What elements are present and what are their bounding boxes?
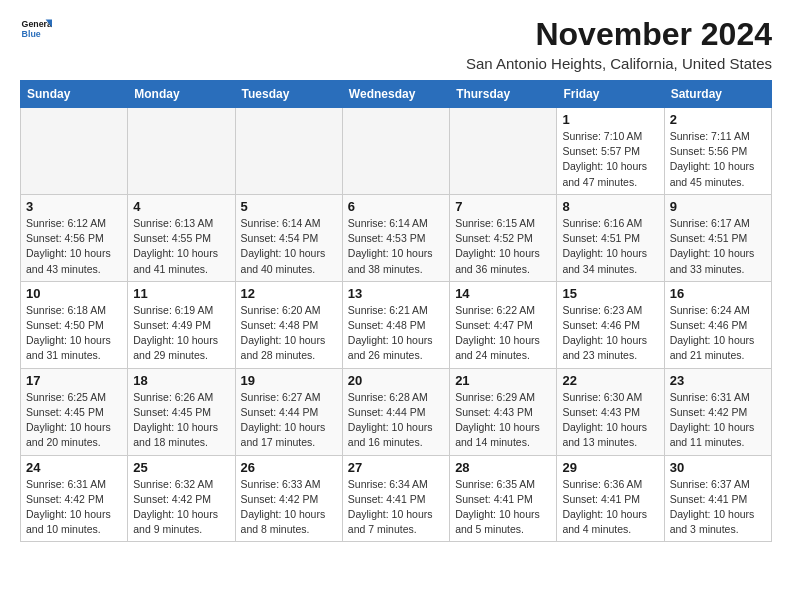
day-info: Sunrise: 6:27 AMSunset: 4:44 PMDaylight:…: [241, 390, 337, 451]
calendar-day-cell: 9Sunrise: 6:17 AMSunset: 4:51 PMDaylight…: [664, 194, 771, 281]
day-number: 8: [562, 199, 658, 214]
day-info: Sunrise: 6:36 AMSunset: 4:41 PMDaylight:…: [562, 477, 658, 538]
day-info: Sunrise: 6:31 AMSunset: 4:42 PMDaylight:…: [670, 390, 766, 451]
day-info: Sunrise: 7:11 AMSunset: 5:56 PMDaylight:…: [670, 129, 766, 190]
day-info: Sunrise: 6:28 AMSunset: 4:44 PMDaylight:…: [348, 390, 444, 451]
weekday-header-cell: Wednesday: [342, 81, 449, 108]
calendar-day-cell: 25Sunrise: 6:32 AMSunset: 4:42 PMDayligh…: [128, 455, 235, 542]
day-info: Sunrise: 6:16 AMSunset: 4:51 PMDaylight:…: [562, 216, 658, 277]
day-number: 21: [455, 373, 551, 388]
calendar-day-cell: 27Sunrise: 6:34 AMSunset: 4:41 PMDayligh…: [342, 455, 449, 542]
day-number: 7: [455, 199, 551, 214]
weekday-header-cell: Tuesday: [235, 81, 342, 108]
day-info: Sunrise: 6:35 AMSunset: 4:41 PMDaylight:…: [455, 477, 551, 538]
calendar-day-cell: 6Sunrise: 6:14 AMSunset: 4:53 PMDaylight…: [342, 194, 449, 281]
calendar-day-cell: 12Sunrise: 6:20 AMSunset: 4:48 PMDayligh…: [235, 281, 342, 368]
day-info: Sunrise: 6:21 AMSunset: 4:48 PMDaylight:…: [348, 303, 444, 364]
day-number: 14: [455, 286, 551, 301]
day-info: Sunrise: 6:33 AMSunset: 4:42 PMDaylight:…: [241, 477, 337, 538]
day-number: 25: [133, 460, 229, 475]
calendar-day-cell: 21Sunrise: 6:29 AMSunset: 4:43 PMDayligh…: [450, 368, 557, 455]
weekday-header-cell: Monday: [128, 81, 235, 108]
calendar-day-cell: 15Sunrise: 6:23 AMSunset: 4:46 PMDayligh…: [557, 281, 664, 368]
day-number: 3: [26, 199, 122, 214]
day-info: Sunrise: 6:12 AMSunset: 4:56 PMDaylight:…: [26, 216, 122, 277]
day-number: 11: [133, 286, 229, 301]
day-info: Sunrise: 6:15 AMSunset: 4:52 PMDaylight:…: [455, 216, 551, 277]
day-number: 22: [562, 373, 658, 388]
calendar-week-row: 3Sunrise: 6:12 AMSunset: 4:56 PMDaylight…: [21, 194, 772, 281]
calendar-day-cell: 1Sunrise: 7:10 AMSunset: 5:57 PMDaylight…: [557, 108, 664, 195]
day-info: Sunrise: 6:18 AMSunset: 4:50 PMDaylight:…: [26, 303, 122, 364]
day-number: 9: [670, 199, 766, 214]
day-info: Sunrise: 6:31 AMSunset: 4:42 PMDaylight:…: [26, 477, 122, 538]
day-number: 30: [670, 460, 766, 475]
day-info: Sunrise: 6:22 AMSunset: 4:47 PMDaylight:…: [455, 303, 551, 364]
calendar-day-cell: [21, 108, 128, 195]
weekday-header-cell: Sunday: [21, 81, 128, 108]
day-number: 29: [562, 460, 658, 475]
day-number: 17: [26, 373, 122, 388]
calendar-week-row: 17Sunrise: 6:25 AMSunset: 4:45 PMDayligh…: [21, 368, 772, 455]
day-number: 1: [562, 112, 658, 127]
day-info: Sunrise: 6:23 AMSunset: 4:46 PMDaylight:…: [562, 303, 658, 364]
logo-icon: General Blue: [20, 16, 52, 44]
calendar-day-cell: 13Sunrise: 6:21 AMSunset: 4:48 PMDayligh…: [342, 281, 449, 368]
calendar-day-cell: 3Sunrise: 6:12 AMSunset: 4:56 PMDaylight…: [21, 194, 128, 281]
calendar-day-cell: 22Sunrise: 6:30 AMSunset: 4:43 PMDayligh…: [557, 368, 664, 455]
day-info: Sunrise: 6:13 AMSunset: 4:55 PMDaylight:…: [133, 216, 229, 277]
day-info: Sunrise: 6:14 AMSunset: 4:53 PMDaylight:…: [348, 216, 444, 277]
calendar-day-cell: 23Sunrise: 6:31 AMSunset: 4:42 PMDayligh…: [664, 368, 771, 455]
calendar-day-cell: 24Sunrise: 6:31 AMSunset: 4:42 PMDayligh…: [21, 455, 128, 542]
day-number: 20: [348, 373, 444, 388]
day-number: 26: [241, 460, 337, 475]
day-number: 4: [133, 199, 229, 214]
title-block: November 2024 San Antonio Heights, Calif…: [466, 16, 772, 72]
logo: General Blue: [20, 16, 52, 44]
day-info: Sunrise: 6:25 AMSunset: 4:45 PMDaylight:…: [26, 390, 122, 451]
day-info: Sunrise: 7:10 AMSunset: 5:57 PMDaylight:…: [562, 129, 658, 190]
calendar-week-row: 24Sunrise: 6:31 AMSunset: 4:42 PMDayligh…: [21, 455, 772, 542]
day-info: Sunrise: 6:30 AMSunset: 4:43 PMDaylight:…: [562, 390, 658, 451]
weekday-header-cell: Thursday: [450, 81, 557, 108]
weekday-header-cell: Friday: [557, 81, 664, 108]
day-number: 15: [562, 286, 658, 301]
day-number: 18: [133, 373, 229, 388]
calendar-day-cell: [450, 108, 557, 195]
calendar-day-cell: [128, 108, 235, 195]
calendar-day-cell: [235, 108, 342, 195]
calendar-week-row: 10Sunrise: 6:18 AMSunset: 4:50 PMDayligh…: [21, 281, 772, 368]
day-info: Sunrise: 6:32 AMSunset: 4:42 PMDaylight:…: [133, 477, 229, 538]
day-info: Sunrise: 6:29 AMSunset: 4:43 PMDaylight:…: [455, 390, 551, 451]
day-number: 6: [348, 199, 444, 214]
calendar-day-cell: 26Sunrise: 6:33 AMSunset: 4:42 PMDayligh…: [235, 455, 342, 542]
calendar-day-cell: 28Sunrise: 6:35 AMSunset: 4:41 PMDayligh…: [450, 455, 557, 542]
calendar-day-cell: 2Sunrise: 7:11 AMSunset: 5:56 PMDaylight…: [664, 108, 771, 195]
calendar-body: 1Sunrise: 7:10 AMSunset: 5:57 PMDaylight…: [21, 108, 772, 542]
header: General Blue November 2024 San Antonio H…: [20, 16, 772, 72]
day-info: Sunrise: 6:37 AMSunset: 4:41 PMDaylight:…: [670, 477, 766, 538]
location-subtitle: San Antonio Heights, California, United …: [466, 55, 772, 72]
calendar-day-cell: 30Sunrise: 6:37 AMSunset: 4:41 PMDayligh…: [664, 455, 771, 542]
day-number: 19: [241, 373, 337, 388]
day-number: 16: [670, 286, 766, 301]
calendar-day-cell: 17Sunrise: 6:25 AMSunset: 4:45 PMDayligh…: [21, 368, 128, 455]
calendar-week-row: 1Sunrise: 7:10 AMSunset: 5:57 PMDaylight…: [21, 108, 772, 195]
calendar-day-cell: [342, 108, 449, 195]
calendar-day-cell: 5Sunrise: 6:14 AMSunset: 4:54 PMDaylight…: [235, 194, 342, 281]
day-info: Sunrise: 6:34 AMSunset: 4:41 PMDaylight:…: [348, 477, 444, 538]
calendar-day-cell: 4Sunrise: 6:13 AMSunset: 4:55 PMDaylight…: [128, 194, 235, 281]
month-title: November 2024: [466, 16, 772, 53]
calendar-day-cell: 14Sunrise: 6:22 AMSunset: 4:47 PMDayligh…: [450, 281, 557, 368]
svg-text:Blue: Blue: [22, 29, 41, 39]
calendar-day-cell: 16Sunrise: 6:24 AMSunset: 4:46 PMDayligh…: [664, 281, 771, 368]
day-number: 12: [241, 286, 337, 301]
calendar-day-cell: 8Sunrise: 6:16 AMSunset: 4:51 PMDaylight…: [557, 194, 664, 281]
day-number: 23: [670, 373, 766, 388]
calendar-day-cell: 11Sunrise: 6:19 AMSunset: 4:49 PMDayligh…: [128, 281, 235, 368]
weekday-header-cell: Saturday: [664, 81, 771, 108]
weekday-header-row: SundayMondayTuesdayWednesdayThursdayFrid…: [21, 81, 772, 108]
calendar-day-cell: 18Sunrise: 6:26 AMSunset: 4:45 PMDayligh…: [128, 368, 235, 455]
calendar-day-cell: 20Sunrise: 6:28 AMSunset: 4:44 PMDayligh…: [342, 368, 449, 455]
day-number: 27: [348, 460, 444, 475]
